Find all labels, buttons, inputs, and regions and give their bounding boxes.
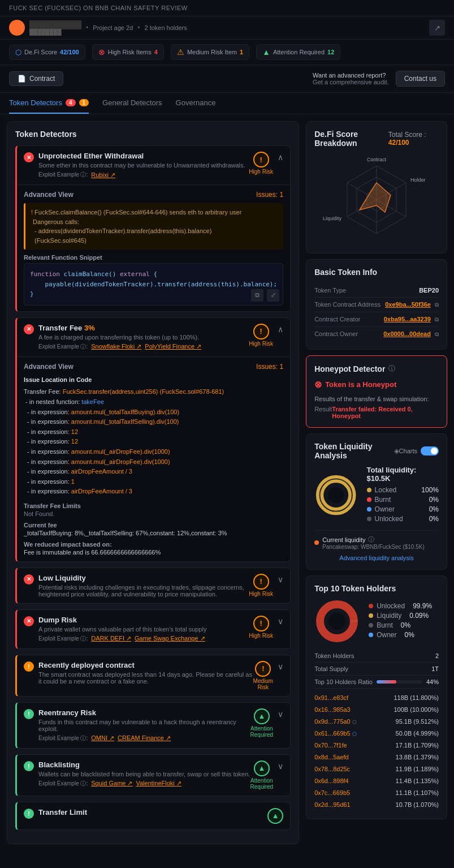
exploit-link-rubixi[interactable]: Rubixi ↗ — [91, 171, 115, 179]
table-row: 0x9d...775a0 ⬡ 95.1B (9.512%) — [314, 716, 439, 728]
total-supply-stat: Total Supply 1T — [314, 663, 439, 676]
exploit-link-squid[interactable]: Squid Game ↗ — [91, 780, 132, 787]
x-icon-3: ✕ — [24, 574, 34, 585]
detector-recently-deployed: ! Recently deployed contract The smart c… — [15, 655, 291, 697]
copy-creator-icon[interactable]: ⧉ — [435, 316, 439, 323]
detector-header-4: ✕ Dump Risk A private wallet owns valuab… — [17, 610, 290, 648]
exploit-link-snowflake[interactable]: Snowflake Floki ↗ — [91, 343, 141, 350]
detector-transfer-limit: ! Transfer Limit ▲ — [15, 802, 291, 830]
x-icon-4: ✕ — [24, 616, 34, 626]
svg-text:Holder: Holder — [410, 177, 426, 183]
liquidity-donut — [314, 472, 357, 518]
holders-table: 0x91...e83cf 118B (11.800%) 0x16...985a3… — [314, 692, 439, 811]
tab-token-detectors[interactable]: Token Detectors 4 1 — [9, 93, 89, 114]
chevron-7[interactable]: ∨ — [278, 762, 283, 771]
table-row: 0x78...8d25c 11.9B (1.189%) — [314, 763, 439, 775]
basic-token-info-title: Basic Token Info — [314, 268, 439, 277]
token-detectors-card: Token Detectors ✕ Unprotected Ether With… — [7, 121, 299, 844]
defi-score-card: De.Fi Score Breakdown Total Score : 42/1… — [306, 121, 447, 253]
detector-header-2: ✕ Transfer Fee 3% A fee is charged upon … — [17, 318, 290, 356]
detector-transfer-fee: ✕ Transfer Fee 3% A fee is charged upon … — [15, 317, 291, 562]
risk-badge-1: ! High Risk — [249, 152, 273, 175]
table-row: 0x16...985a3 100B (10.000%) — [314, 704, 439, 716]
top-bar-title: FUCK SEC (FUCKSEC) ON BNB CHAIN SAFETY R… — [9, 5, 188, 11]
contract-icon: 📄 — [18, 75, 26, 83]
top-bar: FUCK SEC (FUCKSEC) ON BNB CHAIN SAFETY R… — [0, 0, 454, 16]
table-row: 0x70...7f1fe 17.1B (1.709%) — [314, 740, 439, 751]
expand-code-button[interactable]: ⤢ — [267, 289, 279, 302]
exploit-link-polyyield[interactable]: PolyYield Finance ↗ — [145, 343, 201, 350]
top-holders-card: Top 10 Token Holders Unlocked 99.9% Li — [306, 575, 447, 819]
chevron-2[interactable]: ∧ — [278, 325, 283, 334]
detector-dump-risk: ✕ Dump Risk A private wallet owns valuab… — [15, 609, 291, 649]
contract-creator-row: Contract Creator 0xba95...aa3239 ⧉ — [314, 312, 439, 327]
contact-us-button[interactable]: Contact us — [396, 71, 445, 87]
exploit-link-dark-defi[interactable]: DARK DEFI ↗ — [91, 635, 131, 642]
table-row: 0x8d...5aefd 13.8B (1.379%) — [314, 751, 439, 763]
detector-header-6: ! Reentrancy Risk Funds in this contract… — [17, 703, 290, 748]
copy-owner-icon[interactable]: ⧉ — [435, 331, 439, 337]
token-avatar — [9, 20, 25, 36]
table-row: 0x61...669b5 ⬡ 50.0B (4.999%) — [314, 728, 439, 740]
tab-general-detectors[interactable]: General Detectors — [102, 93, 162, 114]
svg-text:Contract: Contract — [367, 157, 387, 162]
copy-contract-icon[interactable]: ⧉ — [435, 302, 439, 308]
high-risk-score-item: ⊗ High Risk Items 4 — [92, 44, 164, 60]
risk-badge-7: ▲ AttentionRequired — [250, 760, 274, 790]
left-column: Token Detectors ✕ Unprotected Ether With… — [7, 121, 299, 844]
share-button[interactable]: ↗ — [429, 20, 445, 36]
risk-badge-5: ! MediumRisk — [253, 661, 274, 690]
exploit-link-game-swap[interactable]: Game Swap Exchange ↗ — [135, 635, 205, 642]
chevron-5[interactable]: ∨ — [278, 662, 283, 671]
holders-donut-wrap: Unlocked 99.9% Liquidity 0.09% Burnt 0% — [314, 599, 439, 644]
token-type-row: Token Type BEP20 — [314, 283, 439, 298]
detector-header-1: ✕ Unprotected Ether Withdrawal Some ethe… — [17, 146, 290, 184]
info-icon-6: ! — [24, 709, 34, 719]
code-block-1: function claimBalance() external { payab… — [24, 263, 283, 306]
table-row: 0x6d...898f4 11.4B (1.135%) — [314, 775, 439, 787]
token-detectors-title: Token Detectors — [15, 130, 291, 139]
attention-score-item: ▲ Attention Required 12 — [256, 44, 340, 60]
contract-button[interactable]: 📄 Contract — [9, 71, 63, 86]
medium-risk-score-item: ⚠ Medium Risk Item 1 — [171, 44, 249, 60]
detector-header-8: ! Transfer Limit ▲ — [17, 802, 290, 830]
exploit-link-omni[interactable]: OMNI ↗ — [91, 734, 114, 742]
project-age: Project age 2d — [93, 24, 133, 31]
tabs-bar: Token Detectors 4 1 General Detectors Go… — [0, 93, 454, 114]
table-row: 0x2d...95d61 10.7B (1.070%) — [314, 799, 439, 811]
honeypot-detector-card: Honeypot Detector ⓘ ⊗ Token is a Honeypo… — [306, 355, 447, 428]
contract-right: Want an advanced report? Get a comprehen… — [313, 71, 445, 87]
contract-bar: 📄 Contract Want an advanced report? Get … — [0, 65, 454, 93]
chevron-6[interactable]: ∨ — [278, 710, 283, 719]
radar-chart: Contract Holder Liquidity — [314, 154, 439, 245]
liquidity-title: Token Liquidity Analysis — [314, 442, 390, 460]
copy-code-button[interactable]: ⧉ — [251, 289, 263, 302]
contract-owner-row: Contract Owner 0x0000...00dead ⧉ — [314, 327, 439, 341]
advanced-liquidity-link[interactable]: Advanced liquidity analysis — [314, 555, 439, 561]
risk-badge-3: ! High Risk — [249, 574, 273, 597]
svg-point-18 — [328, 613, 345, 630]
chevron-3[interactable]: ∨ — [278, 575, 283, 584]
x-icon-1: ✕ — [24, 152, 34, 162]
detector-unprotected-ether: ✕ Unprotected Ether Withdrawal Some ethe… — [15, 145, 291, 312]
table-row: 0x91...e83cf 118B (11.800%) — [314, 692, 439, 704]
toggle-switch[interactable] — [421, 446, 439, 456]
honeypot-badge: ⊗ Token is a Honeypot — [314, 379, 439, 390]
risk-badge-2: ! High Risk — [249, 324, 273, 347]
chevron-4[interactable]: ∨ — [278, 617, 283, 626]
right-column: De.Fi Score Breakdown Total Score : 42/1… — [306, 121, 447, 844]
exploit-link-valentine[interactable]: ValentineFloki ↗ — [136, 780, 181, 787]
alert-block-1: ! FuckSec.claimBalance() (FuckSec.sol#64… — [24, 203, 283, 250]
holders-donut — [314, 599, 360, 644]
chevron-1[interactable]: ∧ — [278, 153, 283, 162]
charts-toggle[interactable]: Charts — [399, 446, 439, 456]
detector-header-3: ✕ Low Liquidity Potential risks includin… — [17, 568, 290, 603]
score-bar: ⬡ De.Fi Score 42/100 ⊗ High Risk Items 4… — [0, 40, 454, 65]
tab-governance[interactable]: Governance — [176, 93, 216, 114]
total-score-label: Total Score : 42/100 — [388, 131, 439, 147]
x-icon-2: ✕ — [24, 324, 34, 334]
detector-reentrancy: ! Reentrancy Risk Funds in this contract… — [15, 702, 291, 749]
exploit-link-cream[interactable]: CREAM Finance ↗ — [118, 734, 171, 742]
advanced-view-1: Advanced View Issues: 1 ! FuckSec.claimB… — [17, 184, 290, 311]
info-icon-7: ! — [24, 761, 34, 771]
